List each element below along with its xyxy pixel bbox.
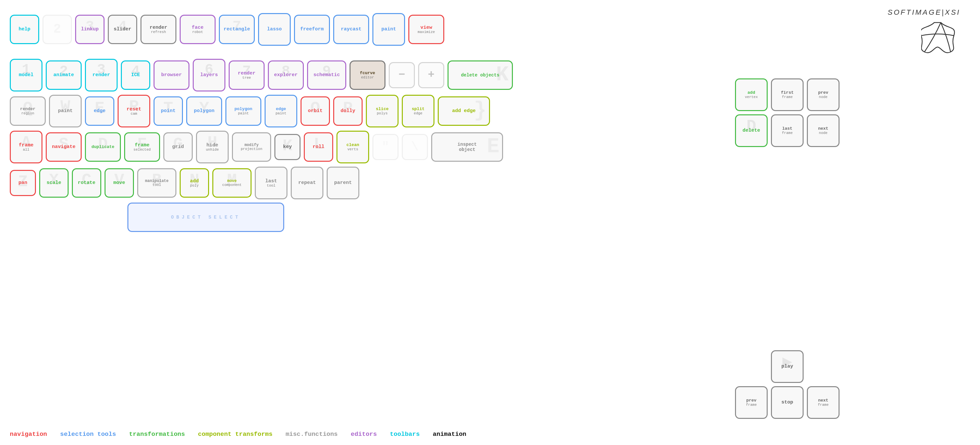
key-point[interactable]: Tpoint <box>154 96 183 126</box>
key-help[interactable]: help <box>10 15 39 44</box>
key-prev-node[interactable]: prevnode <box>807 78 840 111</box>
key-schematic[interactable]: 9schematic <box>307 60 346 90</box>
key-parent[interactable]: parent <box>327 167 360 199</box>
key-last-tool[interactable]: lasttool <box>255 167 288 199</box>
legend-editors: editors <box>351 431 377 438</box>
key-quote[interactable]: " <box>372 134 399 160</box>
key-move-component[interactable]: Mmovecomponent <box>212 168 251 198</box>
fn-row: help 2 3linkup 4slider renderrefresh fac… <box>10 13 513 46</box>
key-layers[interactable]: 6layers <box>193 59 225 92</box>
key-frame-selected[interactable]: Fframeselected <box>124 132 160 162</box>
key-hide-unhide[interactable]: Hhideunhide <box>196 131 229 164</box>
key-render-tree[interactable]: 7rendertree <box>229 60 265 90</box>
key-manipulate-tool[interactable]: Bmanipulatetool <box>137 168 177 198</box>
key-backslash[interactable]: \ <box>402 134 428 160</box>
legend-animation: animation <box>433 431 466 438</box>
key-add-vertex[interactable]: addvertex <box>735 78 768 111</box>
key-minus[interactable]: − <box>389 62 415 88</box>
key-edge-paint[interactable]: edgepaint <box>265 95 297 127</box>
key-render-region[interactable]: Qrenderregion <box>10 96 46 126</box>
row-1: 1model 2animate 3render 4ICE browser 6la… <box>10 59 513 92</box>
key-render-row1[interactable]: 3render <box>85 59 118 92</box>
key-rotate[interactable]: Crotate <box>72 168 101 198</box>
key-duplicate[interactable]: Dduplicate <box>85 132 121 162</box>
keyboard-wrap: help 2 3linkup 4slider renderrefresh fac… <box>10 6 513 232</box>
key-rectangle[interactable]: 7rectangle <box>219 15 255 44</box>
key-modify-projection[interactable]: modifyprojection <box>232 132 271 162</box>
key-play[interactable]: ▶play <box>771 350 803 383</box>
legend-navigation: navigation <box>10 431 47 438</box>
key-next-frame[interactable]: nextframe <box>807 386 840 419</box>
key-freeform[interactable]: freeform <box>294 15 330 44</box>
key-paint-fn[interactable]: paint <box>372 13 405 46</box>
row-2: Qrenderregion Wpaint Eedge Rresetcam Tpo… <box>10 95 513 127</box>
key-edge[interactable]: Eedge <box>85 96 115 126</box>
key-last-frame[interactable]: lastframe <box>771 114 803 147</box>
key-raycast[interactable]: raycast <box>333 15 369 44</box>
key-slice-polys[interactable]: slicepolys <box>366 95 399 127</box>
key-add-edge[interactable]: }add edge <box>438 96 490 126</box>
play-controls: ▶play prevframe stop nextframe <box>735 350 840 419</box>
logo-text: SOFTIMAGE|XSI <box>888 8 960 17</box>
key-split-edge[interactable]: splitedge <box>402 95 434 127</box>
key-first-frame[interactable]: firstframe <box>771 78 803 111</box>
key-explorer[interactable]: 8explorer <box>268 60 304 90</box>
key-lasso[interactable]: lasso <box>258 13 291 46</box>
key-delete-vertex[interactable]: Ddelete <box>735 114 768 147</box>
logo-area: SOFTIMAGE|XSI <box>888 8 960 57</box>
right-cluster: addvertex firstframe prevnode Ddelete la… <box>735 78 840 147</box>
key-2[interactable]: 2 <box>43 15 72 44</box>
key-stop[interactable]: stop <box>771 386 803 419</box>
legend-misc-functions: misc.functions <box>285 431 338 438</box>
key-inspect-object[interactable]: Einspectobject <box>431 132 503 162</box>
key-plus[interactable]: + <box>418 62 444 88</box>
legend-row: navigation selection tools transformatio… <box>10 431 466 438</box>
row-3: Aframeall Snavigate Dduplicate Fframesel… <box>10 131 513 164</box>
key-repeat[interactable]: repeat <box>291 167 323 199</box>
legend-transformations: transformations <box>129 431 185 438</box>
spacebar-row: OBJECT SELECT <box>127 203 513 232</box>
key-add-poly[interactable]: Naddpoly <box>180 168 209 198</box>
key-roll[interactable]: Lroll <box>304 132 333 162</box>
key-slider[interactable]: 4slider <box>108 15 137 44</box>
key-delete-objects[interactable]: Kdelete objects <box>447 60 513 90</box>
key-move[interactable]: Vmove <box>105 168 134 198</box>
key-frame-all[interactable]: Aframeall <box>10 131 43 164</box>
key-key[interactable]: Kkey <box>274 134 301 160</box>
key-face-robot[interactable]: facerobot <box>180 15 216 44</box>
row-4: Zpan Xscale Crotate Vmove Bmanipulatetoo… <box>10 167 513 199</box>
key-model[interactable]: 1model <box>10 59 43 92</box>
key-orbit[interactable]: Oorbit <box>301 96 330 126</box>
legend-selection-tools: selection tools <box>60 431 116 438</box>
key-clean-verts[interactable]: cleanverts <box>336 131 369 164</box>
key-scale[interactable]: Xscale <box>39 168 68 198</box>
logo-icon <box>888 19 960 57</box>
key-animate[interactable]: 2animate <box>46 60 82 90</box>
spacebar-label: OBJECT SELECT <box>127 203 284 232</box>
key-navigate[interactable]: Snavigate <box>46 132 82 162</box>
key-ice[interactable]: 4ICE <box>121 60 150 90</box>
key-render-refresh[interactable]: renderrefresh <box>140 15 177 44</box>
key-pan[interactable]: Zpan <box>10 170 36 196</box>
key-fcurve-editor[interactable]: fcurveeditor <box>350 60 385 90</box>
key-prev-frame[interactable]: prevframe <box>735 386 768 419</box>
key-linkup[interactable]: 3linkup <box>75 15 105 44</box>
key-paint-row2[interactable]: Wpaint <box>49 95 82 127</box>
key-view-maximize[interactable]: viewmaximize <box>408 15 444 44</box>
key-next-node[interactable]: nextnode <box>807 114 840 147</box>
legend-toolbars: toolbars <box>390 431 420 438</box>
key-dolly[interactable]: Pdolly <box>333 96 363 126</box>
key-browser[interactable]: browser <box>154 60 189 90</box>
legend-component-transforms: component transforms <box>198 431 272 438</box>
key-reset-cam[interactable]: Rresetcam <box>118 95 150 127</box>
key-grid[interactable]: Ggrid <box>163 132 193 162</box>
key-polygon[interactable]: Ypolygon <box>186 96 222 126</box>
key-polygon-paint[interactable]: polygonpaint <box>225 96 261 126</box>
